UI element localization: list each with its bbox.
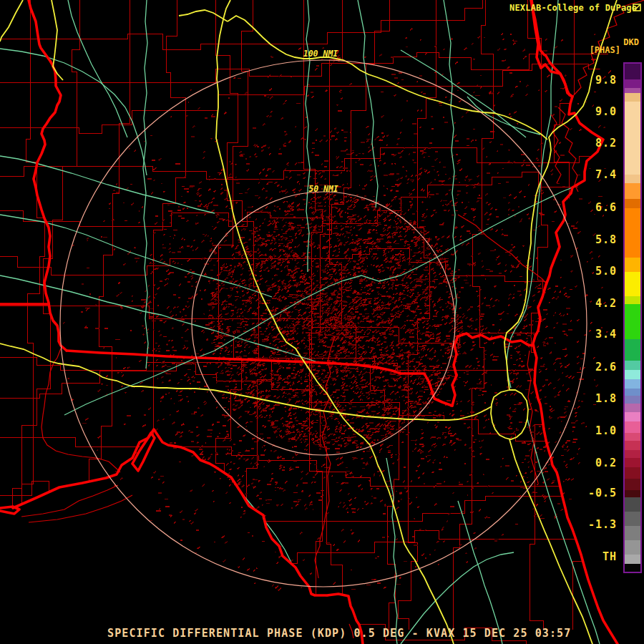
color-scale-segment bbox=[625, 526, 640, 540]
color-scale-segment bbox=[625, 450, 640, 458]
color-scale-segment bbox=[625, 389, 640, 396]
color-scale-tick-label: 9.0 bbox=[595, 105, 617, 118]
color-scale-segment bbox=[625, 102, 640, 175]
color-scale-tick-label: 3.4 bbox=[595, 328, 617, 341]
green-road bbox=[0, 49, 147, 175]
color-scale-tick-label: 9.8 bbox=[595, 74, 617, 87]
color-scale-segment bbox=[625, 421, 640, 433]
cod-logo-icon bbox=[633, 4, 642, 12]
color-scale-segment bbox=[625, 555, 640, 564]
color-scale-segment bbox=[625, 339, 640, 361]
color-scale-segment bbox=[625, 412, 640, 421]
color-scale-segment bbox=[625, 79, 640, 88]
color-scale-segment bbox=[625, 512, 640, 526]
state-borders-and-coast bbox=[0, 0, 618, 644]
interstate-road bbox=[0, 0, 23, 42]
color-scale-segment bbox=[625, 272, 640, 296]
product-id-label: DKD bbox=[623, 37, 639, 47]
green-road bbox=[215, 469, 309, 644]
product-tag-label: [PHAS] bbox=[590, 45, 620, 55]
color-scale-tick-label: 7.4 bbox=[595, 168, 617, 181]
interstate-road bbox=[0, 343, 492, 420]
color-scale-tick-label: 6.6 bbox=[595, 201, 617, 214]
color-scale-segment bbox=[625, 183, 640, 199]
color-scale-segment bbox=[625, 458, 640, 468]
color-scale-tick-label: 5.8 bbox=[595, 233, 617, 246]
page-title: NEXLAB-College of DuPage bbox=[509, 3, 637, 13]
color-scale-labels: 9.89.08.27.46.65.85.04.23.42.61.81.00.2-… bbox=[544, 62, 617, 573]
river-line bbox=[29, 495, 132, 522]
color-scale-segment bbox=[625, 490, 640, 497]
color-scale-tick-label: 1.8 bbox=[595, 392, 617, 405]
green-road bbox=[306, 0, 310, 272]
range-ring-100nmi-label: 100 NMI bbox=[303, 49, 338, 59]
green-road bbox=[143, 0, 148, 369]
color-scale-segment bbox=[625, 93, 640, 102]
interstate-road bbox=[179, 10, 228, 21]
color-scale-segment bbox=[625, 88, 640, 93]
color-scale-segment bbox=[625, 479, 640, 490]
color-scale-segment bbox=[625, 64, 640, 79]
state-border-line bbox=[13, 429, 363, 644]
river-line bbox=[21, 485, 118, 517]
state-border-line bbox=[29, 0, 67, 351]
state-border-line bbox=[458, 333, 533, 346]
color-scale-segment bbox=[625, 497, 640, 512]
color-scale-segment bbox=[625, 370, 640, 379]
color-scale-segment bbox=[625, 540, 640, 555]
color-scale-segment bbox=[625, 296, 640, 304]
color-scale-segment bbox=[625, 564, 640, 572]
product-caption: SPECIFIC DIFFERENTIAL PHASE (KDP) 0.5 DE… bbox=[107, 627, 571, 640]
color-scale-segment bbox=[625, 379, 640, 389]
color-scale-segment bbox=[625, 208, 640, 258]
color-scale-segment bbox=[625, 304, 640, 340]
green-road bbox=[386, 458, 397, 644]
color-scale-tick-label: TH bbox=[602, 550, 617, 563]
color-scale-segment bbox=[625, 199, 640, 208]
color-scale-tick-label: 0.2 bbox=[595, 457, 617, 469]
color-scale-tick-label: 1.0 bbox=[595, 424, 617, 437]
color-scale-segment bbox=[625, 396, 640, 404]
color-scale-segment bbox=[625, 175, 640, 183]
range-ring-50nmi-label: 50 NMI bbox=[308, 184, 338, 194]
color-scale-tick-label: -0.5 bbox=[588, 487, 617, 499]
color-scale-tick-label: 8.2 bbox=[595, 137, 617, 150]
green-road bbox=[0, 156, 215, 213]
radar-speckle bbox=[63, 29, 611, 597]
river-line bbox=[527, 351, 538, 483]
color-scale-tick-label: -1.3 bbox=[588, 518, 617, 531]
color-scale-tick-label: 2.6 bbox=[595, 361, 617, 374]
color-scale-segment bbox=[625, 361, 640, 370]
color-scale-bar bbox=[623, 62, 642, 573]
color-scale-tick-label: 5.0 bbox=[595, 265, 617, 278]
color-scale-segment bbox=[625, 258, 640, 272]
color-scale-tick-label: 4.2 bbox=[595, 297, 617, 310]
color-scale-segment bbox=[625, 441, 640, 450]
color-scale-segment bbox=[625, 467, 640, 479]
interstate-roads bbox=[0, 0, 617, 644]
color-scale-segment bbox=[625, 404, 640, 412]
radar-display: NEXLAB-College of DuPage DKD [PHAS] 100 … bbox=[0, 0, 644, 644]
interstate-road bbox=[52, 0, 63, 80]
color-scale-segment bbox=[625, 433, 640, 441]
